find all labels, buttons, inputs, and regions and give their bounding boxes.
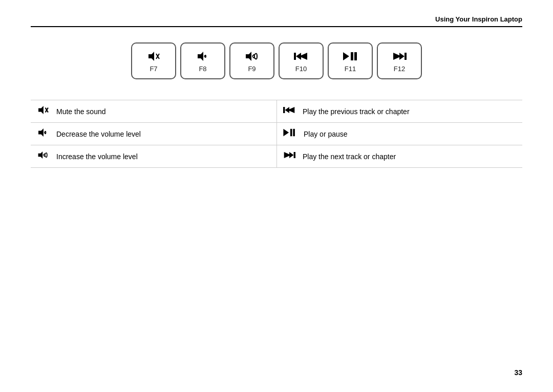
key-f8-label: F8 [199,65,206,73]
legend-play-pause-icon [283,128,296,140]
legend-vol-down: Decrease the volume level [31,123,276,145]
header-title: Using Your Inspiron Laptop [435,15,522,23]
svg-marker-8 [343,52,349,60]
legend-play-pause-text: Play or pause [304,130,348,138]
svg-marker-19 [285,107,289,113]
vol-down-key-icon [197,51,209,63]
key-f9: F9 [229,42,274,79]
svg-marker-14 [38,106,44,114]
legend-next-icon [283,150,295,162]
key-f8: F8 [180,42,225,79]
svg-rect-25 [294,152,295,158]
next-key-icon [392,51,407,63]
svg-rect-9 [351,52,353,60]
legend-table: Mute the sound Play the previous track o… [31,100,522,168]
key-f10: F10 [279,42,324,79]
svg-rect-22 [290,129,292,136]
legend-next-text: Play the next track or chapter [303,153,396,161]
key-f11-label: F11 [345,65,356,73]
key-f12: F12 [377,42,422,79]
key-f7: F7 [131,42,176,79]
svg-rect-17 [283,107,285,113]
svg-marker-0 [148,52,154,61]
keys-row: F7 F8 F9 [31,42,522,79]
svg-marker-7 [296,53,301,60]
play-pause-key-icon [343,51,357,63]
svg-marker-13 [399,53,405,60]
prev-key-icon [294,51,308,63]
legend-vol-down-text: Decrease the volume level [56,130,141,138]
key-f12-label: F12 [394,65,405,73]
key-f11: F11 [328,42,373,79]
key-f10-label: F10 [295,65,307,73]
svg-marker-24 [38,151,43,159]
legend-mute: Mute the sound [31,100,276,123]
svg-rect-11 [405,53,407,60]
page-number: 33 [514,368,522,377]
legend-vol-up-text: Increase the volume level [56,153,138,161]
legend-play-pause: Play or pause [276,123,522,145]
svg-marker-27 [289,152,294,158]
key-f7-label: F7 [150,65,157,73]
legend-vol-down-icon [37,128,49,140]
svg-rect-5 [294,53,296,60]
svg-marker-4 [246,52,251,61]
legend-vol-up: Increase the volume level [31,145,276,168]
legend-mute-icon [37,105,49,117]
mute-key-icon [147,51,160,63]
svg-rect-23 [293,129,295,136]
page-header: Using Your Inspiron Laptop [31,15,522,27]
key-f9-label: F9 [248,65,256,73]
page: Using Your Inspiron Laptop F7 F8 [0,0,553,392]
svg-marker-20 [38,128,44,137]
svg-marker-21 [283,129,289,136]
svg-rect-10 [354,52,357,60]
vol-up-key-icon [245,51,259,63]
legend-prev: Play the previous track or chapter [276,100,522,123]
legend-prev-icon [283,105,295,117]
legend-mute-text: Mute the sound [56,107,106,116]
legend-vol-up-icon [37,150,49,162]
legend-next: Play the next track or chapter [276,145,522,168]
svg-marker-3 [198,52,203,61]
legend-prev-text: Play the previous track or chapter [303,107,410,116]
